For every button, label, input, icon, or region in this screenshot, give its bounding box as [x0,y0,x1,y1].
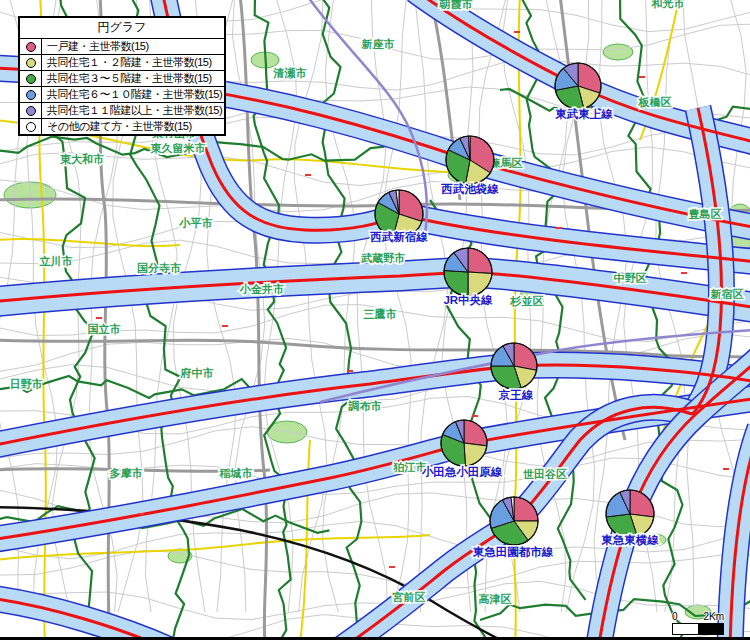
railway-label: 京王線 [498,388,534,401]
legend-item: 共同住宅１・２階建・主世帯数(15) [20,54,224,70]
legend-swatch [26,58,36,68]
legend-item: 共同住宅１１階建以上・主世帯数(15) [20,102,224,118]
city-label: 中野区 [614,272,647,284]
city-label: 世田谷区 [523,468,567,480]
legend-item-label: 共同住宅３〜５階建・主世帯数(15) [42,71,212,86]
city-label: 宮前区 [393,591,426,603]
legend-swatch [26,74,36,84]
city-label: 稲城市 [219,467,253,479]
city-label: 小平市 [179,217,213,229]
legend-item: 共同住宅３〜５階建・主世帯数(15) [20,70,224,86]
scalebar-zero: 0 [672,611,678,622]
city-label: 立川市 [39,255,73,267]
park-area [603,44,633,60]
legend-swatch-cell [20,71,42,86]
city-label: 新座市 [361,38,395,50]
legend-swatch [26,90,36,100]
legend-item-label: その他の建て方・主世帯数(15) [42,119,192,134]
railway-label: 小田急小田原線 [421,465,503,478]
scalebar-white-segment [673,624,698,634]
city-label: 朝霞市 [439,0,473,10]
legend-item-label: 一戸建・主世帯数(15) [42,39,149,54]
city-label: 多摩市 [110,467,143,479]
legend-item-label: 共同住宅１・２階建・主世帯数(15) [42,55,212,70]
city-label: 調布市 [348,399,382,412]
legend-item-label: 共同住宅６〜１０階建・主世帯数(15) [42,87,222,102]
pie-chart[interactable] [555,63,601,109]
city-label: 武蔵野市 [360,252,405,264]
city-label: 清瀬市 [273,67,307,79]
railway-label: 東武東上線 [554,108,613,120]
pie-chart[interactable] [491,343,537,389]
pie-chart[interactable] [606,490,654,538]
pie-chart[interactable] [446,136,494,184]
railway-label: 東急東横線 [600,534,659,546]
city-label: 板橋区 [638,96,672,108]
legend-swatch-cell [20,103,42,118]
pie-chart[interactable] [444,248,492,296]
railway-label: JR中央線 [443,294,493,306]
legend-swatch-cell [20,119,42,134]
city-label: 府中市 [180,367,214,379]
scalebar-labels: 0 2Km [672,611,724,622]
legend-swatch [26,122,36,132]
railway-label: 東急田園都市線 [472,545,554,558]
legend-item: 共同住宅６〜１０階建・主世帯数(15) [20,86,224,102]
legend-swatch-cell [20,39,42,54]
legend-swatch-cell [20,55,42,70]
legend-item: 一戸建・主世帯数(15) [20,39,224,54]
legend-swatch-cell [20,87,42,102]
legend-items: 一戸建・主世帯数(15)共同住宅１・２階建・主世帯数(15)共同住宅３〜５階建・… [20,39,224,134]
city-label: 日野市 [10,378,43,390]
legend-swatch [26,42,36,52]
legend-title: 円グラフ [20,18,224,39]
city-label: 国立市 [88,323,121,335]
city-label: 新宿区 [710,288,744,300]
city-label: 国分寺市 [137,262,181,274]
city-label: 高津区 [479,593,512,605]
city-label: 豊島区 [689,208,722,220]
city-label: 三鷹市 [364,308,397,320]
city-label: 東大和市 [59,153,104,165]
legend-item-label: 共同住宅１１階建以上・主世帯数(15) [42,103,222,118]
legend-swatch [26,106,36,116]
city-label: 和光市 [651,0,685,9]
city-label: 杉並区 [510,295,544,307]
legend-item: その他の建て方・主世帯数(15) [20,118,224,134]
pie-chart[interactable] [490,497,538,545]
scale-bar: 0 2Km [672,611,724,635]
city-label: 東久留米市 [150,142,206,154]
pie-chart[interactable] [441,420,487,466]
scalebar-bar [672,623,724,635]
legend: 円グラフ 一戸建・主世帯数(15)共同住宅１・２階建・主世帯数(15)共同住宅３… [18,16,226,136]
city-label: 小金井市 [239,283,284,295]
railway-label: 西武池袋線 [440,183,499,195]
scalebar-black-segment [698,624,723,634]
scalebar-distance: 2Km [703,611,724,622]
railway-label: 西武新宿線 [369,230,428,243]
